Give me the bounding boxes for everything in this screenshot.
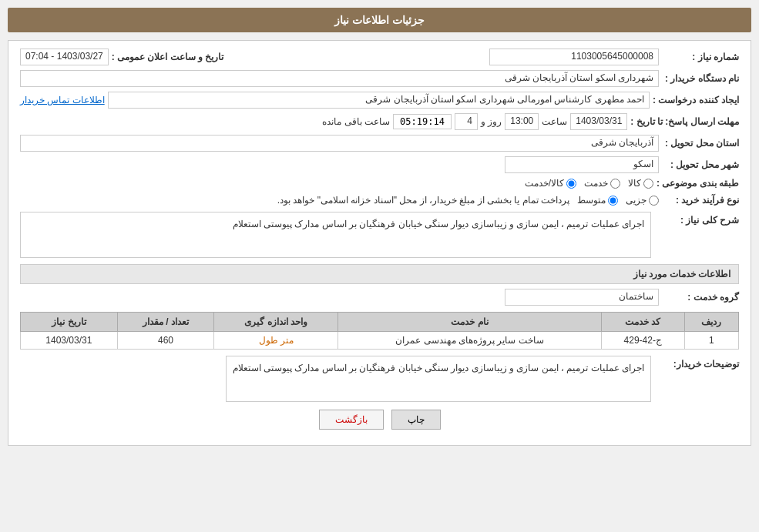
announce-value: 1403/03/27 - 07:04: [20, 49, 109, 65]
category-kala-khedmat[interactable]: کالا/خدمت: [525, 178, 576, 189]
service-section-title: اطلاعات خدمات مورد نیاز: [20, 264, 739, 284]
group-label: گروه خدمت :: [662, 292, 739, 303]
remaining-time: 05:19:14: [393, 114, 452, 129]
purchase-type-label: نوع فرآیند خرید :: [662, 195, 739, 206]
bottom-buttons: چاپ بازگشت: [20, 410, 739, 437]
deadline-days-label: روز و: [481, 116, 502, 127]
description-content: اجرای عملیات ترمیم ، ایمن سازی و زیباساز…: [20, 212, 651, 258]
category-kala[interactable]: کالا: [628, 178, 653, 189]
buyer-value: شهرداری اسکو استان آذربایجان شرقی: [20, 70, 659, 87]
description-label: شرح کلی نیاز :: [654, 212, 739, 226]
deadline-days: 4: [455, 113, 478, 130]
purchase-type-options: جزیی متوسط: [577, 195, 659, 206]
province-label: استان محل تحویل :: [662, 138, 739, 149]
buyer-notes-label: توضیحات خریدار:: [654, 356, 739, 370]
creator-label: ایجاد کننده درخواست :: [653, 95, 739, 105]
purchase-jozii-label: جزیی: [626, 195, 646, 206]
deadline-time: 13:00: [505, 113, 539, 130]
col-row: ردیف: [684, 313, 738, 332]
contact-link[interactable]: اطلاعات تماس خریدار: [20, 95, 105, 105]
category-options: کالا خدمت کالا/خدمت: [525, 178, 653, 189]
purchase-type-note: پرداخت تمام یا بخشی از مبلغ خریدار، از م…: [20, 193, 574, 207]
creator-value: احمد مطهری کارشناس امورمالی شهرداری اسکو…: [108, 92, 650, 109]
col-name: نام خدمت: [338, 313, 601, 332]
print-button[interactable]: چاپ: [391, 410, 441, 430]
col-date: تاریخ نیاز: [21, 313, 118, 332]
category-kala-label: کالا: [628, 178, 641, 189]
category-khedmat[interactable]: خدمت: [584, 178, 620, 189]
need-number-value: 1103005645000008: [489, 49, 659, 65]
cell-code: ج-42-429: [601, 332, 684, 350]
services-table: ردیف کد خدمت نام خدمت واحد اندازه گیری ت…: [20, 312, 739, 350]
need-number-label: شماره نیاز :: [662, 52, 739, 62]
province-value: آذربایجان شرقی: [20, 135, 659, 152]
radio-jozii[interactable]: [649, 196, 659, 206]
page-title: جزئیات اطلاعات نیاز: [8, 8, 751, 32]
purchase-jozii[interactable]: جزیی: [626, 195, 659, 206]
buyer-label: نام دستگاه خریدار :: [662, 73, 739, 84]
buyer-notes-content: اجرای عملیات ترمیم ، ایمن سازی و زیباساز…: [226, 356, 651, 402]
radio-khedmat[interactable]: [610, 179, 620, 189]
deadline-time-label: ساعت: [542, 116, 567, 127]
purchase-mutavasset[interactable]: متوسط: [577, 195, 618, 206]
remaining-label: ساعت باقی مانده: [322, 116, 390, 127]
radio-kala[interactable]: [643, 179, 653, 189]
city-value: اسکو: [505, 156, 659, 173]
radio-kala-khedmat[interactable]: [566, 179, 576, 189]
category-kala-khedmat-label: کالا/خدمت: [525, 178, 564, 189]
radio-mutavasset[interactable]: [608, 196, 618, 206]
table-row: 1 ج-42-429 ساخت سایر پروژه‌های مهندسی عم…: [21, 332, 739, 350]
category-khedmat-label: خدمت: [584, 178, 608, 189]
city-label: شهر محل تحویل :: [662, 159, 739, 170]
cell-row: 1: [684, 332, 738, 350]
group-value: ساختمان: [505, 289, 659, 306]
announce-label: تاریخ و ساعت اعلان عمومی :: [112, 52, 224, 62]
cell-unit: متر طول: [214, 332, 338, 350]
col-unit: واحد اندازه گیری: [214, 313, 338, 332]
deadline-label: مهلت ارسال پاسخ: تا تاریخ :: [630, 116, 739, 127]
cell-name: ساخت سایر پروژه‌های مهندسی عمران: [338, 332, 601, 350]
col-quantity: تعداد / مقدار: [117, 313, 214, 332]
col-code: کد خدمت: [601, 313, 684, 332]
deadline-date: 1403/03/31: [570, 113, 627, 130]
back-button[interactable]: بازگشت: [319, 410, 384, 430]
purchase-mutavasset-label: متوسط: [577, 195, 606, 206]
category-label: طبقه بندی موضوعی :: [657, 178, 739, 189]
cell-date: 1403/03/31: [21, 332, 118, 350]
cell-quantity: 460: [117, 332, 214, 350]
